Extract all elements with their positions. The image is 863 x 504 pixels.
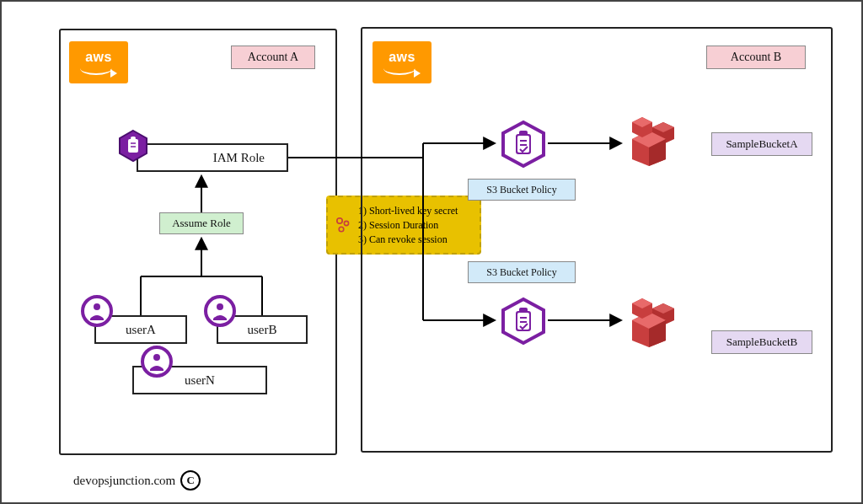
- iam-role-label: IAM Role: [213, 151, 265, 165]
- account-b-title-text: Account B: [731, 51, 781, 64]
- account-a-title: Account A: [231, 46, 315, 69]
- bucket-policy-1-label: S3 Bucket Policy: [468, 179, 576, 201]
- bucket-policy-2-icon: [499, 297, 548, 346]
- s3-bucket-a-icon: [625, 115, 684, 166]
- user-a-label: userA: [126, 323, 156, 337]
- bucket-b-label: SampleBucketB: [711, 330, 812, 354]
- footer-text: devopsjunction.com: [73, 474, 175, 488]
- iam-role-icon: [116, 129, 150, 163]
- svg-point-9: [142, 347, 171, 376]
- bucket-b-text: SampleBucketB: [726, 335, 798, 349]
- gears-icon: [333, 215, 353, 235]
- account-a-title-text: Account A: [248, 51, 298, 64]
- footer: devopsjunction.com C: [73, 470, 201, 491]
- assume-role-text: Assume Role: [172, 217, 231, 230]
- svg-rect-17: [519, 131, 528, 136]
- svg-point-7: [206, 297, 234, 325]
- bucket-policy-1-icon: [499, 120, 548, 169]
- aws-logo-a: aws: [69, 41, 128, 83]
- bucket-a-label: SampleBucketA: [711, 132, 812, 156]
- svg-point-8: [217, 303, 223, 310]
- user-a-icon: [81, 295, 113, 327]
- user-b-label: userB: [248, 323, 277, 337]
- account-b-box: [361, 27, 833, 453]
- svg-point-12: [344, 221, 348, 225]
- user-b-icon: [204, 295, 236, 327]
- svg-point-10: [153, 354, 160, 361]
- bucket-policy-2-text: S3 Bucket Policy: [486, 266, 556, 279]
- svg-rect-23: [519, 308, 528, 313]
- svg-point-13: [339, 227, 344, 232]
- bucket-a-text: SampleBucketA: [726, 137, 797, 151]
- svg-point-5: [83, 297, 111, 325]
- svg-rect-1: [128, 139, 138, 153]
- diagram-stage: aws Account A IAM Role Assume Role userA…: [0, 0, 863, 504]
- svg-rect-2: [131, 137, 136, 140]
- copyright-icon: C: [180, 470, 201, 491]
- aws-logo-b: aws: [373, 41, 432, 83]
- user-n-icon: [141, 346, 173, 378]
- assume-role-label: Assume Role: [159, 212, 244, 234]
- svg-point-11: [337, 218, 342, 223]
- bucket-policy-2-label: S3 Bucket Policy: [468, 261, 576, 283]
- bucket-policy-1-text: S3 Bucket Policy: [486, 184, 556, 196]
- account-b-title: Account B: [706, 46, 806, 69]
- s3-bucket-b-icon: [625, 297, 684, 347]
- user-n-label: userN: [185, 373, 215, 388]
- iam-role-box: IAM Role: [137, 143, 288, 172]
- svg-point-6: [94, 303, 100, 310]
